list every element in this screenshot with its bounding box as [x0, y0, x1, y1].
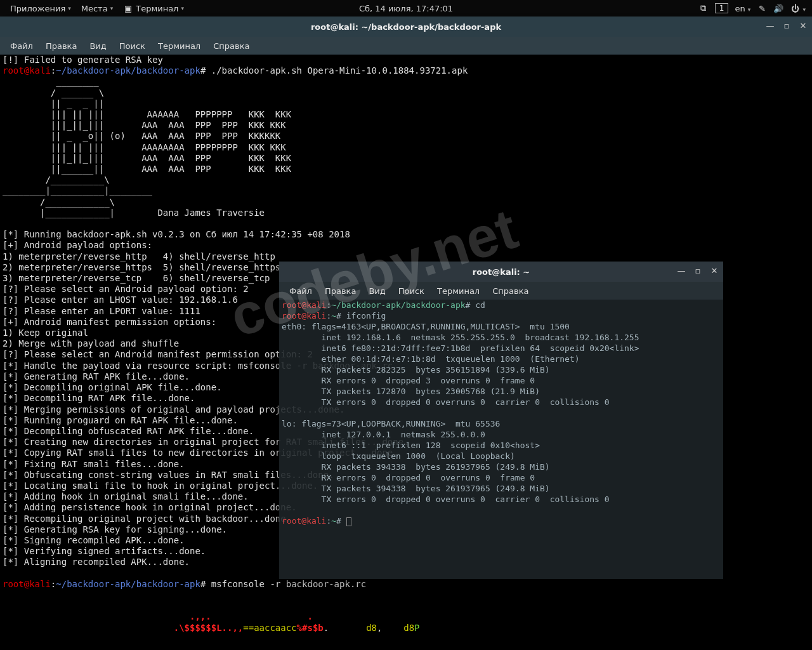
menu-search[interactable]: Поиск [392, 284, 431, 298]
menu-edit[interactable]: Правка [39, 39, 83, 53]
recorder-icon[interactable]: ⧉ [698, 3, 709, 13]
prompt-user: root@kali [282, 516, 326, 526]
places-label: Места [81, 4, 108, 13]
prompt-user: root@kali [282, 311, 326, 321]
prompt-path: ~ [331, 311, 336, 321]
prompt-path: ~/backdoor-apk/backdoor-apk [56, 579, 200, 589]
ifconfig-output: eth0: flags=4163<UP,BROADCAST,RUNNING,MU… [282, 322, 639, 504]
maximize-button[interactable]: ▫ [782, 20, 792, 30]
terminal-label: Терминал [136, 4, 178, 13]
maximize-button[interactable]: ▫ [693, 265, 703, 275]
gnome-topbar: Приложения ▾ Места ▾ ▣Терминал ▾ Сб, 14 … [0, 0, 812, 17]
chevron-down-icon: ▾ [181, 5, 184, 11]
menu-edit[interactable]: Правка [318, 284, 362, 298]
volume-icon[interactable]: 🔊 [773, 3, 783, 13]
menu-terminal[interactable]: Терминал [431, 284, 486, 298]
chevron-down-icon: ▾ [110, 5, 114, 11]
power-icon: ⏻ [790, 3, 800, 13]
command-2: msfconsole -r backdoor-apk.rc [211, 579, 366, 589]
terminal-icon: ▣ [123, 3, 133, 13]
chevron-down-icon: ▾ [68, 5, 71, 11]
command: cd [475, 300, 485, 310]
menu-file[interactable]: Файл [283, 284, 318, 298]
prompt-path: ~ [331, 516, 336, 526]
close-button[interactable]: ✕ [798, 20, 808, 30]
command-1: ./backdoor-apk.sh Opera-Mini-10.0.1884.9… [211, 65, 468, 76]
command: ifconfig [346, 311, 386, 321]
chevron-down-icon: ▾ [802, 6, 806, 13]
prompt-user: root@kali [3, 579, 51, 589]
workspace-indicator[interactable]: 1 [715, 3, 729, 13]
truncated-line: [!] Failed to generate RSA key [3, 55, 163, 65]
menu-terminal[interactable]: Терминал [152, 39, 207, 53]
apps-label: Приложения [10, 4, 65, 13]
menubar: Файл Правка Вид Поиск Терминал Справка [279, 282, 723, 300]
terminal-body[interactable]: root@kali:~/backdoor-apk/backdoor-apk# c… [279, 300, 723, 579]
window-title: root@kali: ~/backdoor-apk/backdoor-apk [311, 22, 501, 32]
chevron-down-icon: ▾ [748, 6, 751, 13]
titlebar[interactable]: root@kali: ~ — ▫ ✕ [279, 262, 723, 282]
applications-menu[interactable]: Приложения ▾ [5, 1, 76, 16]
prompt-path: ~/backdoor-apk/backdoor-apk [56, 65, 200, 76]
prompt-user: root@kali [3, 65, 51, 76]
accessibility-icon[interactable]: ✎ [757, 3, 767, 13]
window-title: root@kali: ~ [473, 267, 530, 277]
msf-banner-l1: .,,. . [3, 611, 313, 621]
secondary-terminal-window: root@kali: ~ — ▫ ✕ Файл Правка Вид Поиск… [279, 262, 723, 579]
prompt-path: ~/backdoor-apk/backdoor-apk [331, 300, 465, 310]
menu-help[interactable]: Справка [486, 284, 535, 298]
terminal-launcher[interactable]: ▣Терминал ▾ [118, 1, 189, 16]
close-button[interactable]: ✕ [709, 265, 719, 275]
places-menu[interactable]: Места ▾ [76, 1, 118, 16]
menubar: Файл Правка Вид Поиск Терминал Справка [0, 37, 812, 55]
menu-help[interactable]: Справка [207, 39, 256, 53]
ascii-art: ________ / ______ \ || _ _ || ||| || |||… [3, 76, 291, 217]
minimize-button[interactable]: — [676, 265, 686, 275]
menu-search[interactable]: Поиск [113, 39, 152, 53]
power-menu[interactable]: ⏻ ▾ [790, 3, 806, 13]
titlebar[interactable]: root@kali: ~/backdoor-apk/backdoor-apk —… [0, 17, 812, 37]
keyboard-layout[interactable]: en ▾ [735, 4, 750, 13]
menu-file[interactable]: Файл [4, 39, 39, 53]
prompt-user: root@kali [282, 300, 326, 310]
menu-view[interactable]: Вид [362, 284, 391, 298]
cursor [346, 517, 351, 526]
minimize-button[interactable]: — [765, 20, 775, 30]
menu-view[interactable]: Вид [83, 39, 112, 53]
clock[interactable]: Сб, 14 июля, 17:47:01 [359, 4, 453, 13]
